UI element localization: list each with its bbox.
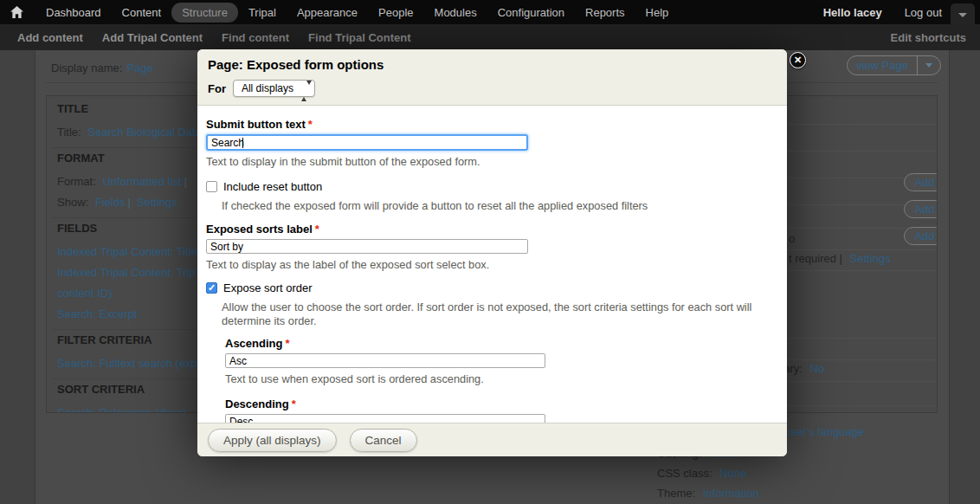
nav-item-reports[interactable]: Reports: [575, 3, 635, 23]
cancel-button[interactable]: Cancel: [350, 429, 417, 452]
logout-link[interactable]: Log out: [905, 6, 942, 19]
separator: |: [181, 175, 189, 188]
link-settings[interactable]: Settings: [850, 252, 891, 265]
nav-item-tripal[interactable]: Tripal: [238, 3, 287, 23]
background-text-fragment: t required | Settings: [789, 252, 891, 265]
ascending-description: Text to use when exposed sort is ordered…: [225, 372, 778, 386]
shortcut-find-tripal-content[interactable]: Find Tripal Content: [301, 31, 417, 44]
checkbox-checked[interactable]: ✓: [206, 282, 217, 294]
link-indexed-tripal-content-trip[interactable]: Indexed Tripal Content: Trip: [57, 266, 196, 279]
display-name-link[interactable]: Page: [126, 61, 152, 74]
view-page-caret[interactable]: [917, 56, 940, 74]
display-name-row: Display name:Page: [51, 61, 153, 74]
shortcut-add-content[interactable]: Add content: [10, 31, 90, 44]
link-fields[interactable]: Fields: [95, 196, 126, 209]
exposed-sorts-label-description: Text to display as the label of the expo…: [206, 258, 778, 272]
exposed-sorts-label-input[interactable]: [206, 239, 528, 254]
required-marker: *: [308, 118, 313, 131]
required-marker: *: [292, 397, 296, 410]
ascending-input[interactable]: [225, 353, 545, 368]
expose-sort-order-label: Expose sort order: [223, 281, 313, 294]
include-reset-button-description: If checked the exposed form will provide…: [222, 199, 769, 213]
background-text-fragment: user’s language: [784, 425, 864, 438]
view-page-button[interactable]: view Page: [847, 55, 941, 75]
label-format: Format:: [57, 175, 96, 188]
label-show: Show:: [57, 196, 88, 209]
label-theme: Theme:: [657, 487, 695, 500]
nav-item-people[interactable]: People: [368, 3, 423, 23]
link-search-relevance-desc[interactable]: Search: Relevance (desc): [57, 406, 187, 413]
include-reset-button-row[interactable]: Include reset button: [206, 180, 778, 193]
background-text-fragment: o: [789, 232, 795, 245]
link-settings[interactable]: Settings: [137, 196, 177, 209]
shortcut-find-content[interactable]: Find content: [215, 31, 296, 44]
separator: |: [125, 196, 132, 209]
nav-item-configuration[interactable]: Configuration: [487, 3, 575, 23]
modal-title: Page: Exposed form options: [208, 56, 777, 74]
for-label: For: [208, 82, 226, 95]
exposed-form-options-modal: Page: Exposed form options For All displ…: [197, 49, 787, 456]
add-sort-button[interactable]: Add: [904, 227, 938, 245]
exposed-sorts-label: Exposed sorts label*: [206, 223, 778, 236]
for-select-value: All displays: [242, 82, 293, 94]
label-title: Title:: [57, 126, 81, 139]
link-content-id[interactable]: content ID): [57, 287, 113, 300]
ascending-label: Ascending*: [225, 337, 778, 350]
expose-sort-order-row[interactable]: ✓ Expose sort order: [206, 281, 778, 294]
modal-footer: Apply (all displays) Cancel: [197, 423, 787, 456]
background-text-fragment: CSS class: None: [657, 467, 746, 480]
checkbox-unchecked[interactable]: [206, 181, 217, 192]
background-text-fragment: Theme: Information: [657, 487, 759, 500]
modal-body: Submit button text* Text to display in t…: [197, 105, 787, 423]
apply-button[interactable]: Apply (all displays): [208, 429, 337, 452]
include-reset-button-label: Include reset button: [223, 180, 322, 193]
expose-sort-order-description: Allow the user to choose the sort order.…: [222, 300, 769, 328]
home-icon[interactable]: [10, 6, 23, 18]
link-search-excerpt[interactable]: Search: Excerpt: [57, 307, 138, 320]
submit-button-text-description: Text to display in the submit button of …: [206, 155, 778, 169]
add-filter-button[interactable]: Add: [904, 200, 938, 218]
admin-toolbar: DashboardContentStructureTripalAppearanc…: [0, 0, 980, 24]
edit-shortcuts-link[interactable]: Edit shortcuts: [891, 31, 966, 44]
user-greeting: Hello lacey: [823, 6, 882, 19]
descending-input[interactable]: [225, 414, 545, 423]
nav-item-structure[interactable]: Structure: [171, 3, 238, 23]
nav-item-help[interactable]: Help: [635, 3, 680, 23]
nav-item-content[interactable]: Content: [112, 3, 172, 23]
modal-header: Page: Exposed form options For All displ…: [197, 49, 787, 105]
up-down-arrows-icon: [301, 83, 308, 99]
link-no[interactable]: No: [810, 362, 825, 375]
display-name-label: Display name:: [51, 61, 122, 74]
submit-button-text-label: Submit button text*: [206, 118, 778, 131]
close-icon[interactable]: ✕: [790, 52, 806, 68]
submit-button-text-input[interactable]: [206, 134, 528, 151]
link-user-s-language[interactable]: user’s language: [784, 425, 864, 438]
chevron-down-icon: [958, 13, 967, 17]
link-information[interactable]: Information: [703, 487, 759, 500]
view-page-label: view Page: [848, 59, 917, 72]
link-search-fulltext-search-expo[interactable]: Search: Fulltext search (expo: [57, 357, 203, 370]
required-marker: *: [315, 223, 319, 236]
link-search-biological-data[interactable]: Search Biological Data: [87, 126, 202, 139]
link-none[interactable]: None: [719, 467, 746, 480]
label-css-class: CSS class:: [657, 467, 712, 480]
label-t-required: t required |: [789, 252, 842, 265]
check-icon: ✓: [208, 282, 216, 294]
toolbar-toggle-button[interactable]: [951, 3, 975, 26]
nav-item-dashboard[interactable]: Dashboard: [35, 3, 112, 23]
link-unformatted-list[interactable]: Unformatted list: [102, 175, 181, 188]
shortcut-bar: Add contentAdd Tripal ContentFind conten…: [0, 24, 980, 50]
for-displays-select[interactable]: All displays: [233, 80, 315, 97]
shortcut-add-tripal-content[interactable]: Add Tripal Content: [95, 31, 210, 44]
nav-item-modules[interactable]: Modules: [424, 3, 487, 23]
nav-item-appearance[interactable]: Appearance: [287, 3, 368, 23]
chevron-down-icon: [925, 63, 932, 68]
required-marker: *: [285, 337, 289, 350]
label-o: o: [789, 232, 795, 245]
link-indexed-tripal-content-title[interactable]: Indexed Tripal Content: Title: [57, 245, 197, 258]
descending-label: Descending*: [225, 397, 778, 410]
add-field-button[interactable]: Add: [904, 173, 938, 191]
